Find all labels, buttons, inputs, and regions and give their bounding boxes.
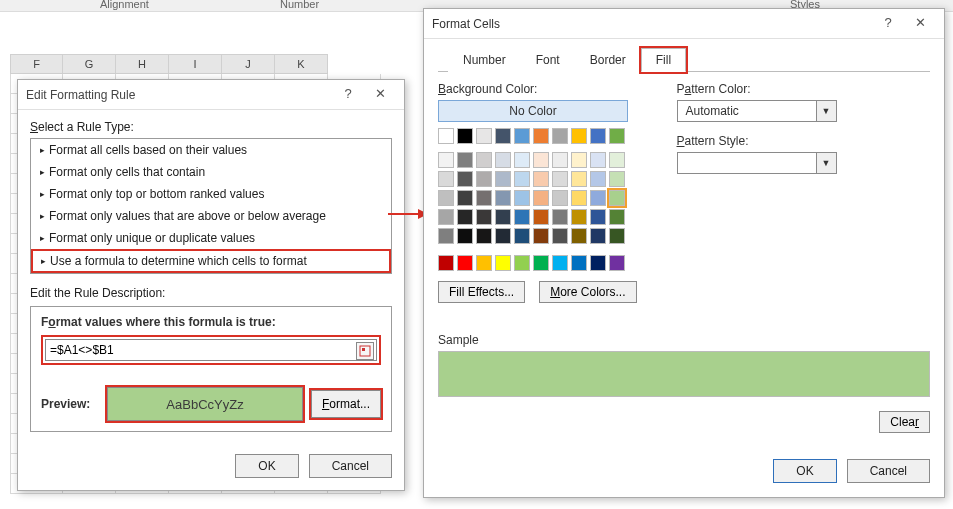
color-swatch[interactable] [495, 228, 511, 244]
color-swatch[interactable] [438, 128, 454, 144]
ok-button[interactable]: OK [773, 459, 836, 483]
color-swatch[interactable] [457, 171, 473, 187]
fill-effects-button[interactable]: Fill Effects... [438, 281, 525, 303]
color-swatch[interactable] [476, 228, 492, 244]
color-swatch[interactable] [590, 171, 606, 187]
color-swatch[interactable] [590, 228, 606, 244]
color-swatch[interactable] [476, 152, 492, 168]
color-swatch[interactable] [514, 228, 530, 244]
color-swatch[interactable] [495, 255, 511, 271]
rule-type-item[interactable]: Format only cells that contain [31, 161, 391, 183]
color-swatch[interactable] [609, 190, 625, 206]
color-swatch[interactable] [590, 255, 606, 271]
column-header[interactable]: F [10, 54, 63, 74]
column-header[interactable]: G [63, 54, 116, 74]
help-icon[interactable]: ? [332, 84, 364, 106]
color-swatch[interactable] [552, 128, 568, 144]
color-swatch[interactable] [438, 171, 454, 187]
more-colors-button[interactable]: More Colors... [539, 281, 636, 303]
color-swatch[interactable] [571, 171, 587, 187]
color-swatch[interactable] [495, 152, 511, 168]
color-swatch[interactable] [476, 255, 492, 271]
color-swatch[interactable] [476, 209, 492, 225]
color-swatch[interactable] [552, 152, 568, 168]
color-swatch[interactable] [552, 171, 568, 187]
tab-number[interactable]: Number [448, 48, 521, 72]
pattern-color-combo[interactable]: Automatic ▼ [677, 100, 837, 122]
color-swatch[interactable] [609, 171, 625, 187]
formula-input[interactable] [45, 339, 377, 361]
color-swatch[interactable] [476, 171, 492, 187]
color-swatch[interactable] [457, 190, 473, 206]
clear-button[interactable]: Clear [879, 411, 930, 433]
color-swatch[interactable] [457, 255, 473, 271]
color-swatch[interactable] [571, 190, 587, 206]
color-swatch[interactable] [590, 152, 606, 168]
color-swatch[interactable] [514, 209, 530, 225]
column-header[interactable]: K [275, 54, 328, 74]
column-header[interactable]: I [169, 54, 222, 74]
rule-type-item[interactable]: Format only values that are above or bel… [31, 205, 391, 227]
color-swatch[interactable] [457, 209, 473, 225]
color-swatch[interactable] [533, 171, 549, 187]
color-swatch[interactable] [533, 128, 549, 144]
color-swatch[interactable] [571, 228, 587, 244]
color-swatch[interactable] [609, 228, 625, 244]
color-swatch[interactable] [495, 128, 511, 144]
close-icon[interactable]: ✕ [904, 13, 936, 35]
color-swatch[interactable] [533, 190, 549, 206]
rule-type-list[interactable]: Format all cells based on their valuesFo… [30, 138, 392, 274]
color-swatch[interactable] [552, 255, 568, 271]
color-swatch[interactable] [476, 190, 492, 206]
color-swatch[interactable] [514, 190, 530, 206]
color-swatch[interactable] [495, 209, 511, 225]
tab-font[interactable]: Font [521, 48, 575, 72]
color-swatch[interactable] [533, 209, 549, 225]
color-swatch[interactable] [590, 128, 606, 144]
color-swatch[interactable] [514, 171, 530, 187]
color-swatch[interactable] [609, 152, 625, 168]
column-header[interactable]: J [222, 54, 275, 74]
color-swatch[interactable] [438, 255, 454, 271]
color-swatch[interactable] [552, 190, 568, 206]
color-swatch[interactable] [438, 152, 454, 168]
tab-border[interactable]: Border [575, 48, 641, 72]
color-swatch[interactable] [571, 255, 587, 271]
color-swatch[interactable] [552, 228, 568, 244]
color-swatch[interactable] [457, 228, 473, 244]
color-swatch[interactable] [476, 128, 492, 144]
ok-button[interactable]: OK [235, 454, 298, 478]
color-swatch[interactable] [609, 209, 625, 225]
color-swatch[interactable] [590, 209, 606, 225]
rule-type-item[interactable]: Format only top or bottom ranked values [31, 183, 391, 205]
rule-type-item[interactable]: Use a formula to determine which cells t… [31, 249, 391, 273]
color-swatch[interactable] [590, 190, 606, 206]
close-icon[interactable]: ✕ [364, 84, 396, 106]
color-swatch[interactable] [438, 209, 454, 225]
color-swatch[interactable] [457, 152, 473, 168]
color-swatch[interactable] [514, 255, 530, 271]
color-swatch[interactable] [571, 152, 587, 168]
color-swatch[interactable] [514, 152, 530, 168]
rule-type-item[interactable]: Format all cells based on their values [31, 139, 391, 161]
range-picker-icon[interactable] [356, 342, 374, 360]
pattern-style-combo[interactable]: ▼ [677, 152, 837, 174]
no-color-button[interactable]: No Color [438, 100, 628, 122]
column-header[interactable]: H [116, 54, 169, 74]
tab-fill[interactable]: Fill [641, 48, 686, 72]
color-swatch[interactable] [495, 190, 511, 206]
help-icon[interactable]: ? [872, 13, 904, 35]
format-button[interactable]: Format... [311, 390, 381, 418]
color-swatch[interactable] [457, 128, 473, 144]
color-swatch[interactable] [495, 171, 511, 187]
rule-type-item[interactable]: Format only unique or duplicate values [31, 227, 391, 249]
color-swatch[interactable] [571, 128, 587, 144]
color-swatch[interactable] [533, 255, 549, 271]
cancel-button[interactable]: Cancel [309, 454, 392, 478]
cancel-button[interactable]: Cancel [847, 459, 930, 483]
color-swatch[interactable] [438, 228, 454, 244]
color-swatch[interactable] [609, 255, 625, 271]
color-swatch[interactable] [514, 128, 530, 144]
color-swatch[interactable] [609, 128, 625, 144]
color-swatch[interactable] [533, 152, 549, 168]
